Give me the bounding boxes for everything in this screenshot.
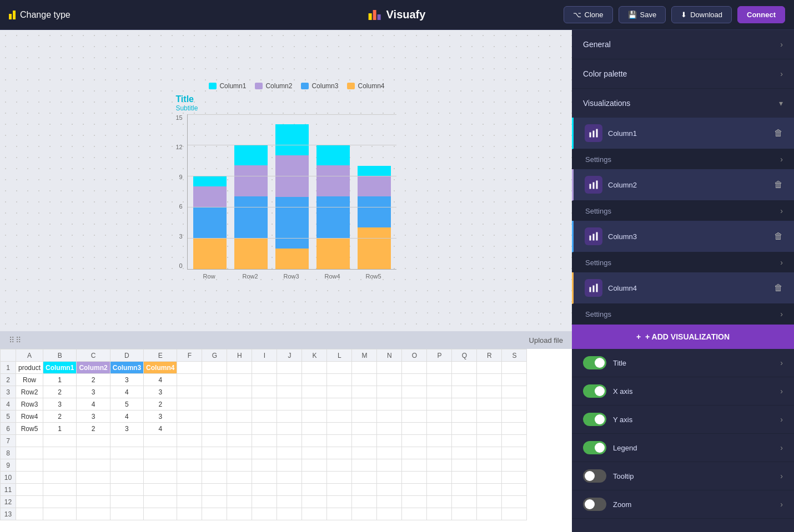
viz-label-column1: Column1 [608,129,637,138]
toggle-zoom-switch[interactable] [583,498,606,511]
delete-column1-button[interactable]: 🗑 [774,128,783,138]
viz-item-column2-left: Column2 [585,176,637,194]
toggle-title-switch[interactable] [583,356,606,369]
toggle-xaxis[interactable]: X axis › [572,377,794,406]
col-header-B: B [43,349,77,362]
toggle-tooltip[interactable]: Tooltip › [572,462,794,490]
legend-label-col2: Column2 [265,82,292,90]
save-button[interactable]: 💾 Save [619,6,666,23]
change-type-button[interactable]: Change type [9,10,71,20]
toggle-yaxis-chevron: › [780,415,783,424]
drag-handle[interactable]: ⠿⠿ [9,336,22,344]
delete-column4-button[interactable]: 🗑 [774,283,783,293]
corner-header [1,349,16,362]
toggle-xaxis-switch[interactable] [583,384,606,398]
col-header-Q: Q [452,349,477,362]
toggle-title-chevron: › [780,358,783,367]
toggle-tooltip-switch[interactable] [583,469,606,483]
header-actions: ⌥ Clone 💾 Save ⬇ Download Connect [564,6,785,23]
bar-row3-col1 [275,124,309,155]
chart-type-icon [9,11,16,19]
col-header-P: P [427,349,452,362]
settings-column3-chevron: › [780,258,783,267]
general-chevron-icon: › [780,40,783,49]
legend-color-col3 [301,83,309,89]
legend-color-col2 [255,83,263,89]
viz-icon-column2 [585,176,602,194]
col-header-F: F [177,349,202,362]
clone-button[interactable]: ⌥ Clone [564,6,613,23]
viz-item-column3-left: Column3 [585,227,637,245]
visualizations-section-header[interactable]: Visualizations ▾ [572,89,794,118]
settings-column1[interactable]: Settings › [572,149,794,169]
chart-plot: Row Row2 Row3 Row4 Row5 [187,114,396,280]
x-axis-labels: Row Row2 Row3 Row4 Row5 [187,270,396,280]
col-header-M: M [352,349,377,362]
change-type-label: Change type [20,10,71,20]
table-row: 11 [1,484,527,496]
viz-item-column2[interactable]: Column2 🗑 [572,169,794,201]
spreadsheet[interactable]: A B C D E F G H I J K L M N O [0,349,572,532]
upload-file-button[interactable]: Upload file [529,336,563,344]
add-viz-plus-icon: + [636,332,641,341]
toggle-title[interactable]: Title › [572,349,794,377]
connect-button[interactable]: Connect [737,6,785,23]
viz-icon-column1 [585,124,602,142]
bar-row3-col3 [275,197,309,249]
general-label: General [583,40,611,49]
settings-column3-label: Settings [585,259,611,267]
viz-item-column3[interactable]: Column3 🗑 [572,221,794,252]
legend-item-col1: Column1 [209,82,246,90]
svg-rect-2 [596,129,598,138]
table-row: 10 [1,472,527,484]
toggle-legend[interactable]: Legend › [572,434,794,462]
chart-and-spreadsheet: Column1 Column2 Column3 Column4 [0,30,572,532]
viz-item-column4[interactable]: Column4 🗑 [572,272,794,304]
app-title: Visuafy [386,8,426,21]
legend-item-col4: Column4 [347,82,384,90]
col-header-O: O [402,349,427,362]
svg-rect-0 [590,133,591,138]
toggle-tooltip-chevron: › [780,472,783,480]
general-section-header[interactable]: General › [572,30,794,59]
bar-row3 [275,124,309,269]
settings-column4[interactable]: Settings › [572,304,794,324]
toggle-yaxis[interactable]: Y axis › [572,406,794,434]
bar-row3-col4 [275,249,309,269]
legend-label-col1: Column1 [219,82,246,90]
toggle-section: Title › X axis › Y axis [572,349,794,519]
settings-column2[interactable]: Settings › [572,201,794,221]
toggle-title-label: Title [613,359,626,367]
toggle-yaxis-switch[interactable] [583,413,606,426]
bar-row [193,176,227,269]
settings-column4-chevron: › [780,310,783,318]
visualizations-chevron-icon: ▾ [779,99,783,108]
chart-title: Title [175,94,198,104]
viz-icon-column4 [585,279,602,297]
visuafy-logo-icon [369,10,381,20]
col-header-C: C [77,349,110,362]
viz-item-column1[interactable]: Column1 🗑 [572,118,794,149]
delete-column2-button[interactable]: 🗑 [774,180,783,190]
bar-row-col4 [193,238,227,269]
toggle-yaxis-label: Y axis [613,416,632,424]
settings-column1-chevron: › [780,155,783,164]
delete-column3-button[interactable]: 🗑 [774,231,783,241]
settings-column3[interactable]: Settings › [572,252,794,272]
bar-row2-col4 [234,238,268,269]
bar-row-col2 [193,186,227,207]
download-button[interactable]: ⬇ Download [671,6,732,23]
add-viz-label: + ADD VISUALIZATION [645,332,730,341]
table-row: 13 [1,508,527,520]
col-header-S: S [502,349,527,362]
add-visualization-button[interactable]: + + ADD VISUALIZATION [572,325,794,349]
col-header-G: G [202,349,227,362]
spreadsheet-divider: ⠿⠿ Upload file [0,331,572,349]
bar-row-col3 [193,207,227,238]
color-palette-section-header[interactable]: Color palette › [572,59,794,88]
toggle-zoom[interactable]: Zoom › [572,490,794,519]
toggle-legend-switch[interactable] [583,441,606,454]
visualizations-section: Visualizations ▾ Column1 🗑 Settings › [572,89,794,325]
col-header-H: H [227,349,252,362]
app-logo-area: Visuafy [369,8,426,21]
